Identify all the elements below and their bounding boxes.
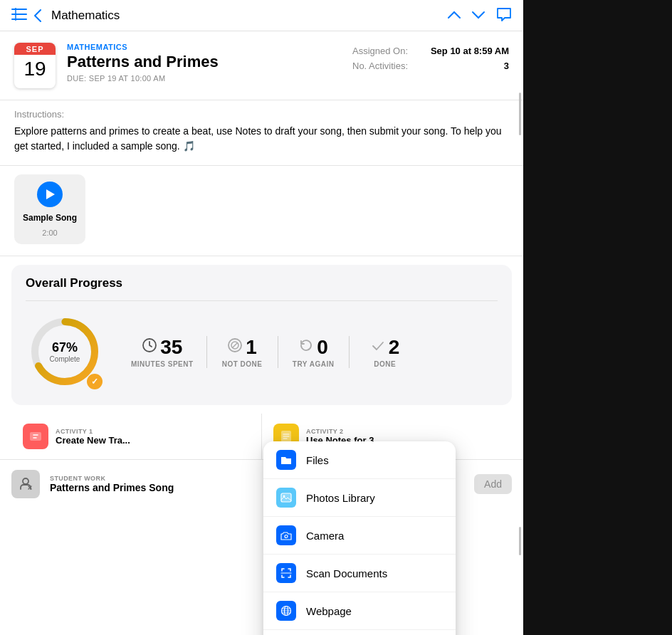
webpage-label: Webpage <box>306 605 352 617</box>
assignment-subject: MATHEMATICS <box>67 43 341 51</box>
activity-1-name: Create New Tra... <box>56 435 130 446</box>
try-again-icon <box>298 337 314 357</box>
dropdown-menu: Files Photos Library Camera <box>263 441 456 635</box>
right-panel <box>523 0 672 635</box>
minutes-value: 35 <box>160 336 182 359</box>
instructions-section: Instructions: Explore patterns and prime… <box>0 100 523 166</box>
top-nav-bar: Mathematics <box>0 0 523 31</box>
stat-try-again: 0 TRY AGAIN <box>278 336 350 368</box>
scroll-indicator-top <box>519 93 521 135</box>
assigned-on-label: Assigned On: <box>352 46 408 56</box>
instructions-label: Instructions: <box>14 109 509 120</box>
done-icon <box>370 337 386 357</box>
instructions-text: Explore patterns and primes to create a … <box>14 124 509 154</box>
progress-stats: 67% Complete ✓ 35 MINUTES SPENT <box>26 313 498 391</box>
progress-section: Overall Progress <box>11 265 512 405</box>
chevron-down-icon[interactable] <box>472 9 485 22</box>
not-done-icon <box>227 337 243 357</box>
donut-complete-label: Complete <box>50 355 80 362</box>
progress-title: Overall Progress <box>26 276 498 290</box>
activity-2-number: ACTIVITY 2 <box>306 428 382 435</box>
calendar-day: 19 <box>14 55 56 83</box>
camera-label: Camera <box>306 530 344 542</box>
photos-icon <box>276 488 296 508</box>
activities-label: No. Activities: <box>352 61 408 71</box>
attachments-section: Sample Song 2:00 <box>0 166 523 256</box>
student-work-name: Patterns and Primes Song <box>50 482 174 493</box>
svg-rect-9 <box>30 432 41 441</box>
calendar-badge: SEP 19 <box>14 43 56 88</box>
stat-not-done: 1 NOT DONE <box>207 336 278 368</box>
activity-1-card[interactable]: ACTIVITY 1 Create New Tra... <box>11 414 262 459</box>
back-button[interactable] <box>34 9 44 23</box>
svg-rect-0 <box>11 9 27 10</box>
sidebar-toggle-icon[interactable] <box>11 8 27 23</box>
donut-center: 67% Complete <box>50 341 80 363</box>
play-button[interactable] <box>37 182 63 207</box>
nav-title: Mathematics <box>51 9 441 23</box>
song-title: Sample Song <box>23 213 77 223</box>
activities-row-meta: No. Activities: 3 <box>352 61 509 71</box>
stat-minutes: 35 MINUTES SPENT <box>118 336 207 368</box>
try-again-label: TRY AGAIN <box>293 360 335 368</box>
assignment-due: DUE: SEP 19 AT 10:00 AM <box>67 74 341 83</box>
dropdown-photos[interactable]: Photos Library <box>263 479 456 517</box>
done-label: DONE <box>374 360 396 368</box>
photos-label: Photos Library <box>306 492 375 504</box>
donut-check-icon: ✓ <box>87 374 103 389</box>
camera-icon <box>276 525 296 545</box>
files-icon <box>276 450 296 470</box>
calendar-month: SEP <box>14 43 56 55</box>
student-work-thumb <box>11 470 40 498</box>
assigned-on-row: Assigned On: Sep 10 at 8:59 AM <box>352 46 509 56</box>
progress-divider <box>26 300 498 301</box>
scan-label: Scan Documents <box>306 567 387 579</box>
play-icon <box>46 189 55 199</box>
activity-1-number: ACTIVITY 1 <box>56 428 130 435</box>
svg-rect-2 <box>11 19 27 20</box>
nav-right-actions <box>448 7 512 24</box>
activities-count: 3 <box>504 61 509 71</box>
assignment-header: SEP 19 MATHEMATICS Patterns and Primes D… <box>0 31 523 100</box>
add-button[interactable]: Add <box>474 474 512 494</box>
not-done-value: 1 <box>246 336 257 359</box>
assignment-info: MATHEMATICS Patterns and Primes DUE: SEP… <box>67 43 341 88</box>
svg-point-14 <box>285 535 288 537</box>
assignment-meta: Assigned On: Sep 10 at 8:59 AM No. Activ… <box>352 43 509 88</box>
chevron-up-icon[interactable] <box>448 9 461 22</box>
student-work-label: STUDENT WORK <box>50 475 174 482</box>
dropdown-camera[interactable]: Camera <box>263 517 456 555</box>
assignment-title: Patterns and Primes <box>67 53 341 71</box>
svg-rect-12 <box>281 493 291 502</box>
dropdown-scan[interactable]: Scan Documents <box>263 555 456 592</box>
donut-chart: 67% Complete ✓ <box>26 313 104 391</box>
webpage-icon <box>276 601 296 621</box>
svg-rect-1 <box>11 14 27 15</box>
assigned-on-value: Sep 10 at 8:59 AM <box>431 46 509 56</box>
done-value: 2 <box>389 336 400 359</box>
dropdown-bookmarks[interactable]: Bookmarks <box>263 630 456 635</box>
scan-icon <box>276 563 296 583</box>
svg-point-11 <box>23 478 28 484</box>
stat-done: 2 DONE <box>350 336 421 368</box>
not-done-label: NOT DONE <box>222 360 263 368</box>
dropdown-webpage[interactable]: Webpage <box>263 592 456 630</box>
donut-percent: 67% <box>50 341 80 355</box>
activity-1-thumb <box>23 424 48 449</box>
dropdown-files[interactable]: Files <box>263 441 456 479</box>
files-label: Files <box>306 454 329 466</box>
clock-icon <box>142 337 157 357</box>
try-again-value: 0 <box>317 336 328 359</box>
minutes-label: MINUTES SPENT <box>131 360 194 368</box>
comment-icon[interactable] <box>496 7 512 24</box>
song-card[interactable]: Sample Song 2:00 <box>14 174 85 244</box>
scroll-indicator-bottom <box>519 527 521 555</box>
song-duration: 2:00 <box>42 229 57 237</box>
